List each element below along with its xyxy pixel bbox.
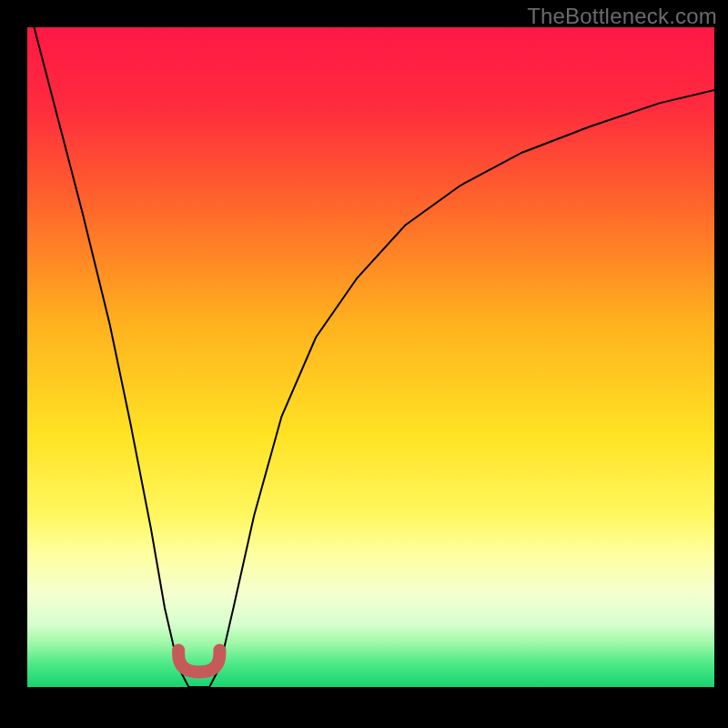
plot-area	[27, 27, 714, 687]
chart-frame	[27, 27, 714, 714]
bottleneck-curve	[35, 27, 715, 687]
valley-marker	[178, 651, 219, 672]
chart-svg	[27, 27, 714, 687]
watermark-text: TheBottleneck.com	[527, 4, 717, 29]
